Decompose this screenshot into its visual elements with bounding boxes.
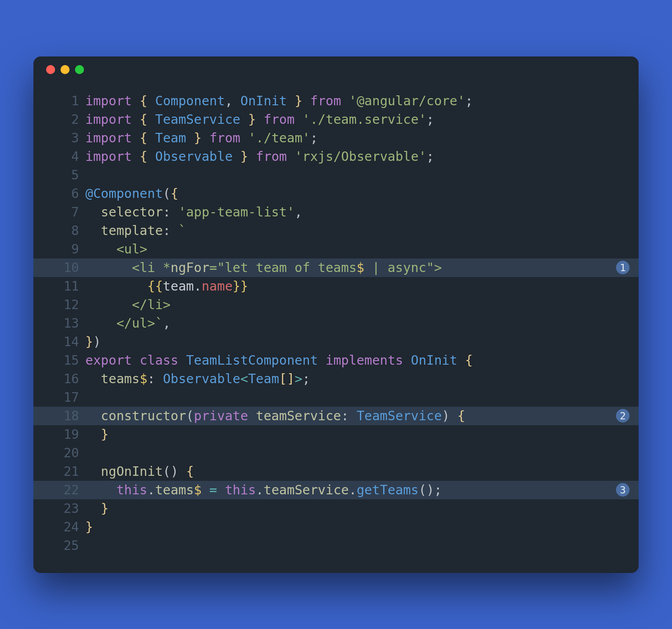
- code-line[interactable]: 9 <ul>: [33, 240, 639, 258]
- code-line[interactable]: 23 }: [33, 499, 639, 518]
- token: [201, 483, 209, 498]
- code-line[interactable]: 21 ngOnInit() {: [33, 462, 639, 481]
- token: teamService: [264, 483, 349, 498]
- code-line[interactable]: 18 constructor(private teamService: Team…: [33, 407, 639, 425]
- token: [132, 131, 140, 146]
- code-content[interactable]: {{team.name}}: [85, 277, 248, 296]
- code-content[interactable]: selector: 'app-team-list',: [85, 203, 303, 221]
- token: }}: [233, 279, 248, 294]
- code-content[interactable]: </li>: [85, 296, 171, 314]
- code-line[interactable]: 13 </ul>`,: [33, 314, 639, 333]
- code-content[interactable]: export class TeamListComponent implement…: [85, 351, 473, 370]
- token: class: [140, 353, 178, 368]
- line-number: 4: [33, 147, 85, 166]
- token: ,: [163, 316, 171, 331]
- token: [155, 371, 163, 386]
- token: this: [225, 483, 256, 498]
- token: ngOnInit: [101, 464, 163, 479]
- code-line[interactable]: 2import { TeamService } from './team.ser…: [33, 110, 639, 129]
- code-line[interactable]: 15export class TeamListComponent impleme…: [33, 351, 639, 370]
- code-line[interactable]: 1import { Component, OnInit } from '@ang…: [33, 92, 639, 110]
- token: from: [310, 94, 341, 108]
- code-content[interactable]: }): [85, 333, 101, 351]
- code-line[interactable]: 7 selector: 'app-team-list',: [33, 203, 639, 221]
- code-line[interactable]: 3import { Team } from './team';: [33, 129, 639, 147]
- token: [240, 131, 248, 146]
- token: teams: [101, 371, 140, 386]
- line-number: 23: [33, 499, 85, 518]
- token: :: [163, 223, 171, 238]
- code-line[interactable]: 11 {{team.name}}: [33, 277, 639, 296]
- line-number: 24: [33, 518, 85, 536]
- token: $: [194, 483, 201, 498]
- code-line[interactable]: 19 }: [33, 425, 639, 444]
- code-content[interactable]: </ul>`,: [85, 314, 171, 333]
- token: (: [186, 408, 194, 423]
- code-line[interactable]: 25: [33, 536, 639, 555]
- line-number: 9: [33, 240, 85, 258]
- token: getTeams: [357, 483, 419, 498]
- token: [457, 353, 465, 368]
- code-line[interactable]: 4import { Observable } from 'rxjs/Observ…: [33, 147, 639, 166]
- code-content[interactable]: constructor(private teamService: TeamSer…: [85, 407, 465, 425]
- code-content[interactable]: <li *ngFor="let team of teams$ | async">: [85, 258, 442, 277]
- token: [85, 464, 101, 479]
- token: teams: [155, 483, 194, 498]
- code-content[interactable]: }: [85, 499, 109, 518]
- token: [403, 353, 411, 368]
- code-content[interactable]: import { Observable } from 'rxjs/Observa…: [85, 147, 434, 166]
- code-content[interactable]: import { TeamService } from './team.serv…: [85, 110, 434, 129]
- line-number: 5: [33, 166, 85, 184]
- token: ="let team of teams: [210, 260, 357, 275]
- token: private: [194, 408, 248, 423]
- token: from: [256, 149, 287, 164]
- token: {: [140, 131, 147, 146]
- code-line[interactable]: 24}: [33, 518, 639, 536]
- token: teamService: [256, 408, 341, 423]
- token: [171, 205, 178, 220]
- token: [171, 223, 178, 238]
- minimize-icon[interactable]: [61, 65, 70, 74]
- token: [256, 112, 264, 127]
- token: `: [178, 223, 186, 238]
- token: }: [194, 131, 201, 146]
- code-line[interactable]: 5: [33, 166, 639, 184]
- token: [85, 371, 101, 386]
- code-line[interactable]: 16 teams$: Observable<Team[]>;: [33, 370, 639, 388]
- code-line[interactable]: 8 template: `: [33, 221, 639, 240]
- token: }: [85, 334, 93, 349]
- token: {: [465, 353, 473, 368]
- code-line[interactable]: 6@Component({: [33, 184, 639, 203]
- code-content[interactable]: template: `: [85, 221, 186, 240]
- token: [132, 94, 140, 108]
- token: 'app-team-list': [178, 205, 294, 220]
- code-line[interactable]: 12 </li>: [33, 296, 639, 314]
- code-content[interactable]: }: [85, 518, 93, 536]
- code-content[interactable]: }: [85, 425, 109, 444]
- token: [85, 501, 101, 516]
- code-editor[interactable]: 1import { Component, OnInit } from '@ang…: [33, 83, 639, 573]
- token: [85, 260, 132, 275]
- token: [450, 408, 457, 423]
- token: [85, 297, 132, 312]
- maximize-icon[interactable]: [75, 65, 84, 74]
- code-line[interactable]: 22 this.teams$ = this.teamService.getTea…: [33, 481, 639, 499]
- token: [248, 408, 256, 423]
- code-content[interactable]: ngOnInit() {: [85, 462, 194, 481]
- token: import: [85, 94, 132, 108]
- close-icon[interactable]: [46, 65, 55, 74]
- code-line[interactable]: 14}): [33, 333, 639, 351]
- line-number: 20: [33, 444, 85, 462]
- code-content[interactable]: import { Team } from './team';: [85, 129, 318, 147]
- token: this: [117, 483, 148, 498]
- code-content[interactable]: @Component({: [85, 184, 178, 203]
- code-content[interactable]: this.teams$ = this.teamService.getTeams(…: [85, 481, 442, 499]
- token: ;: [465, 94, 473, 108]
- code-content[interactable]: <ul>: [85, 240, 147, 258]
- code-line[interactable]: 20: [33, 444, 639, 462]
- code-line[interactable]: 10 <li *ngFor="let team of teams$ | asyn…: [33, 258, 639, 277]
- code-line[interactable]: 17: [33, 388, 639, 407]
- code-content[interactable]: import { Component, OnInit } from '@angu…: [85, 92, 473, 110]
- code-content[interactable]: teams$: Observable<Team[]>;: [85, 370, 310, 388]
- line-number: 7: [33, 203, 85, 221]
